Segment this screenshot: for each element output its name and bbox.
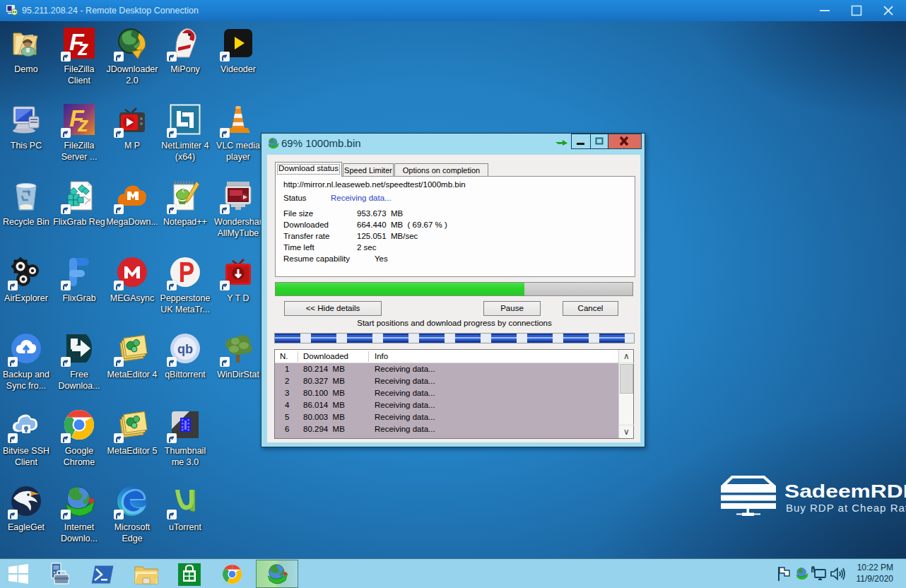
svg-text:z: z bbox=[77, 112, 88, 136]
svg-text:z: z bbox=[77, 36, 88, 59]
svg-text:qb: qb bbox=[177, 342, 193, 356]
